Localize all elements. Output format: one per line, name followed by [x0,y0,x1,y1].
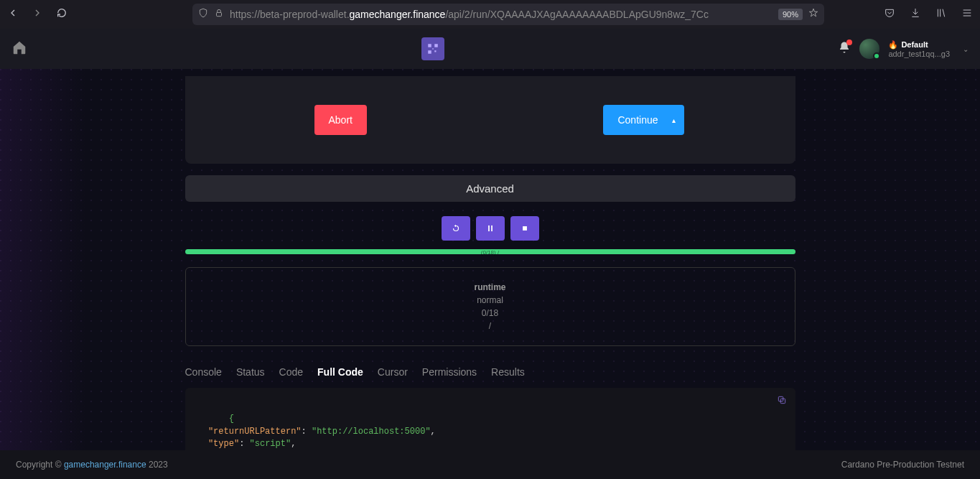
url-bar[interactable]: https://beta-preprod-wallet.gamechanger.… [192,4,824,25]
zoom-badge[interactable]: 90% [778,9,803,20]
svg-rect-2 [434,44,438,47]
browser-toolbar: https://beta-preprod-wallet.gamechanger.… [0,0,980,29]
copy-icon[interactable] [777,395,787,405]
lock-icon [214,8,224,21]
code-block: { "returnURLPattern": "http://localhost:… [185,388,795,450]
network-label: Cardano Pre-Production Testnet [841,460,964,470]
abort-button[interactable]: Abort [314,105,367,135]
library-icon[interactable] [935,7,947,22]
tab-console[interactable]: Console [185,366,222,378]
copyright-year: 2023 [146,460,168,470]
svg-rect-0 [217,12,222,16]
tab-full-code[interactable]: Full Code [317,366,363,378]
online-dot [873,52,880,60]
pocket-icon[interactable] [884,7,895,22]
tab-code[interactable]: Code [279,366,303,378]
app-logo[interactable] [421,37,444,60]
restart-button[interactable] [442,216,470,241]
shield-icon [198,8,208,21]
runtime-panel: runtime normal 0/18 / [185,267,795,346]
svg-rect-8 [523,226,527,231]
url-text: https://beta-preprod-wallet.gamechanger.… [230,9,773,20]
wallet-selector[interactable]: 🔥Default addr_test1qq...g3 [888,40,950,58]
tab-permissions[interactable]: Permissions [422,366,477,378]
copyright-pre: Copyright © [16,460,64,470]
reload-icon[interactable] [56,7,67,22]
tabs: Console Status Code Full Code Cursor Per… [185,366,795,378]
notification-dot [846,39,852,45]
avatar[interactable] [859,39,879,59]
advanced-toggle[interactable]: Advanced [185,175,795,202]
stop-button[interactable] [510,216,539,241]
tab-results[interactable]: Results [491,366,525,378]
tab-cursor[interactable]: Cursor [378,366,408,378]
continue-button[interactable]: Continue [603,105,683,135]
menu-icon[interactable] [961,7,973,22]
svg-rect-3 [428,50,431,54]
svg-rect-7 [491,225,493,231]
runtime-path: / [199,320,782,332]
forward-icon[interactable] [32,7,43,22]
runtime-mode: normal [199,294,782,307]
svg-rect-5 [432,48,434,50]
progress-bar: (0/18) / [185,249,795,254]
chevron-down-icon[interactable]: ⌄ [963,45,969,53]
notifications-icon[interactable] [838,41,851,57]
svg-rect-1 [428,44,431,47]
footer: Copyright © gamechanger.finance 2023 Car… [0,450,980,479]
action-card: Abort Continue [185,76,795,164]
home-icon[interactable] [11,39,27,58]
runtime-counter: 0/18 [199,307,782,320]
footer-link[interactable]: gamechanger.finance [64,460,146,470]
download-icon[interactable] [910,7,921,22]
playback-controls [185,216,795,241]
app-header: 🔥Default addr_test1qq...g3 ⌄ [0,29,980,69]
tab-status[interactable]: Status [236,366,265,378]
progress-label: (0/18) / [481,248,499,255]
back-icon[interactable] [7,7,19,22]
star-icon[interactable] [808,8,818,21]
svg-rect-4 [434,50,436,52]
pause-button[interactable] [476,216,505,241]
svg-rect-6 [488,225,490,231]
runtime-title: runtime [199,281,782,294]
